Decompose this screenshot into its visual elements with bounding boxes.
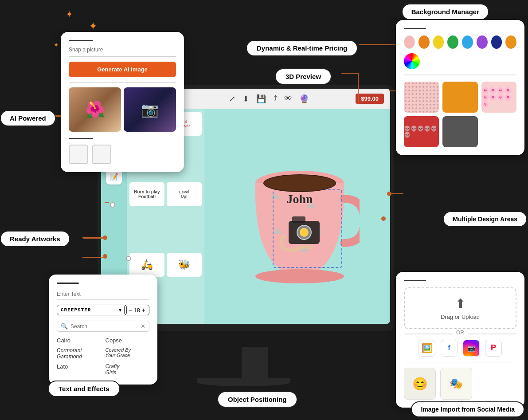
mug-canvas: John [204,109,390,324]
preview-icon[interactable]: 👁 [284,94,292,103]
object-positioning-bubble: Object Positioning [217,391,297,408]
svg-point-10 [300,228,309,237]
pattern-grid: 🌸🌸🌸🌸🌸🌸🌸🌸🌸 💀💀💀💀💀💀 [404,82,516,147]
dynamic-pricing-bubble: Dynamic & Real-time Pricing [246,40,358,56]
font-item-cormorant[interactable]: CormorantGaramond [57,346,101,361]
artwork-item[interactable]: 🛵 [129,253,164,277]
font-item-copse[interactable]: Copse [106,336,150,345]
social-import-bubble: Image Import from Social Media [411,401,524,417]
ai-image-1: 🌺 [69,87,121,132]
swatch-orange[interactable] [418,35,430,49]
clear-search-icon[interactable]: ✕ [141,323,145,330]
uploaded-thumb-1[interactable]: 😊 [404,368,436,400]
sparkle-icon: ✦ [66,9,73,20]
pattern-orange[interactable] [442,82,477,113]
instagram-icon[interactable]: 📷 [463,340,480,357]
font-size-increase-button[interactable]: + [142,306,145,314]
ready-artworks-bubble: Ready Artworks [0,231,70,247]
facebook-icon[interactable]: f [441,340,458,357]
preview-3d-bubble: 3D Preview [275,68,332,85]
background-manager-panel: 🌸🌸🌸🌸🌸🌸🌸🌸🌸 💀💀💀💀💀💀 [396,20,524,155]
multiple-design-bubble: Multiple Design Areas [443,211,527,227]
ai-thumbs-row [69,145,176,164]
pattern-red[interactable]: 💀💀💀💀💀💀 [404,116,439,147]
text-effects-bubble: Text and Effects [48,381,120,397]
svg-rect-11 [292,216,305,223]
font-family-select[interactable]: CREEPSTER [57,305,127,315]
price-badge: $99.00 [356,94,384,104]
pattern-pink-flowers[interactable]: 🌸🌸🌸🌸🌸🌸🌸🌸🌸 [481,82,516,113]
pattern-pink-dots[interactable] [404,82,439,113]
svg-text:John: John [286,192,313,206]
font-item-covered[interactable]: Covered ByYour Grace [106,346,150,361]
font-size-control: − 18 + [124,305,149,315]
ai-image-row: 🌺 📷 [69,87,176,132]
swatch-darkblue[interactable] [491,35,502,49]
font-item-lato[interactable]: Lato [57,362,101,377]
artwork-dot-1 [110,202,115,208]
font-search-input[interactable] [70,323,138,330]
expand-icon[interactable]: ⤢ [229,94,235,104]
artwork-item[interactable]: 🐝 [167,253,202,277]
swatch-green[interactable] [447,35,458,49]
font-size-value: 18 [133,307,140,314]
save-icon[interactable]: 💾 [256,94,266,104]
swatch-amber[interactable] [505,35,516,49]
ai-image-2: 📷 [124,87,176,132]
font-list: Cairo Copse CormorantGaramond Covered By… [57,336,149,377]
ar-icon[interactable]: 🔮 [299,94,309,104]
monitor-stand-neck [242,347,268,380]
drag-upload-zone[interactable]: ⬆ Drag or Upload [404,287,516,329]
pattern-dark-gray[interactable] [442,116,477,147]
design-area-dot [381,216,386,221]
download-icon[interactable]: ⬇ [242,94,249,104]
enter-text-input[interactable] [57,289,149,299]
artwork-dot-2 [126,256,131,261]
ai-connector-dot [105,202,109,203]
mug-svg: John [235,145,360,287]
share-icon[interactable]: ⤴ [273,94,277,103]
uploaded-thumb-2[interactable]: 🎭 [440,368,472,400]
text-effects-panel: CREEPSTER ▾ − 18 + 🔍 ✕ Cairo Copse Cormo… [49,275,157,385]
bg-panel-divider [404,28,426,29]
swatch-yellow[interactable] [433,35,444,49]
generate-ai-image-button[interactable]: Generate AI Image [69,62,176,77]
snap-picture-label: Snap a picture [69,47,176,53]
sparkle-icon: ✦ [53,41,59,49]
svg-point-15 [264,175,335,191]
artwork-item[interactable]: Born to playFootball [129,182,164,206]
ai-panel-divider [69,40,93,41]
upload-social-panel: ⬆ Drag or Upload OR 🖼️ f 📷 P 😊 🎭 [396,272,524,408]
color-swatches-row [404,35,516,49]
upload-cloud-icon: ⬆ [413,296,508,311]
ai-thumb-1[interactable] [69,145,88,164]
ai-powered-bubble: AI Powered [0,110,56,126]
ai-panel: Snap a picture Generate AI Image 🌺 📷 [61,32,184,172]
swatch-pink[interactable] [404,35,415,49]
gradient-color-picker[interactable] [404,53,420,69]
ai-panel-divider2 [69,138,93,139]
gallery-social-icon[interactable]: 🖼️ [418,340,435,357]
font-item-crafty[interactable]: CraftyGirls [106,362,150,377]
pinterest-icon[interactable]: P [485,340,502,357]
upload-panel-divider [404,280,426,281]
or-label: OR [453,330,468,336]
uploaded-thumbs-row: 😊 🎭 [404,368,516,400]
swatch-purple[interactable] [477,35,488,49]
ready-artworks-connector [83,238,106,239]
sparkle-icon: ✦ [89,20,98,32]
font-search-icon: 🔍 [61,323,68,330]
ai-thumb-2[interactable] [92,145,111,164]
svg-point-13 [255,269,344,283]
artwork-item[interactable]: LevelUp! [167,182,202,206]
font-size-decrease-button[interactable]: − [128,306,132,314]
social-icons-row: 🖼️ f 📷 P [404,340,516,357]
drag-upload-label: Drag or Upload [413,314,508,320]
monitor-stand-base [197,378,290,386]
text-panel-divider [57,283,79,284]
background-manager-bubble: Background Manager [402,4,489,20]
bg-section-divider [404,75,516,75]
font-item-cairo[interactable]: Cairo [57,336,101,345]
swatch-blue[interactable] [462,35,473,49]
